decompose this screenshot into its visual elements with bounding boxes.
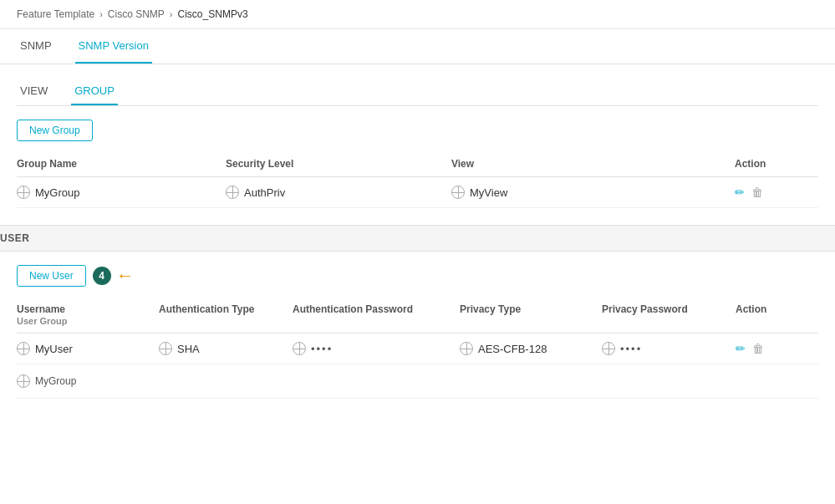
view-value: MyView [470,186,507,199]
tab-group[interactable]: GROUP [71,78,118,105]
auth-type-value: SHA [177,343,200,355]
top-tabs: SNMP SNMP Version [0,29,835,64]
col-auth-type-header: Authentication Type [159,303,293,326]
security-level-value: AuthPriv [244,186,285,199]
group-action-icons: ✏ 🗑 [735,186,818,199]
globe-icon-usergroup [17,374,30,388]
user-actions: New User 4 ← [17,252,818,297]
user-table-header: Username User Group Authentication Type … [17,297,818,333]
breadcrumb-cisco-snmp[interactable]: Cisco SNMP [108,8,165,20]
user-table-row-1: MyUser SHA •••• AES-CFB-128 •••• ✏ 🗑 [17,333,818,364]
tab-view[interactable]: VIEW [17,78,51,105]
group-actions: New Group [17,106,818,151]
breadcrumb-sep-1: › [99,9,103,19]
globe-icon-auth-type [159,342,172,355]
user-section-label: USER [0,232,29,244]
edit-user-button[interactable]: ✏ [736,342,746,355]
tab-snmp[interactable]: SNMP [17,29,55,64]
arrow-badge: 4 ← [93,265,135,287]
col-privacy-type-header: Privacy Type [460,303,602,326]
username-cell: MyUser [17,342,159,355]
group-table-header: Group Name Security Level View Action [17,151,818,177]
col-username-header: Username User Group [17,303,159,326]
group-name-cell: MyGroup [17,186,226,199]
breadcrumb-feature-template[interactable]: Feature Template [17,8,94,20]
globe-icon-view [451,186,465,199]
username-value: MyUser [35,343,73,355]
arrow-icon: ← [116,265,135,287]
user-action-icons: ✏ 🗑 [736,342,802,355]
user-group-subrow: MyGroup [17,364,818,399]
col-security-level: Security Level [226,158,451,170]
privacy-password-value: •••• [620,343,642,355]
user-group-value: MyGroup [35,375,76,387]
security-level-cell: AuthPriv [226,186,451,199]
delete-group-button[interactable]: 🗑 [751,186,763,199]
group-table-row: MyGroup AuthPriv MyView ✏ 🗑 [17,177,818,208]
privacy-password-cell: •••• [602,342,736,355]
breadcrumb-cisco-snmpv3: Cisco_SNMPv3 [178,8,248,20]
privacy-type-value: AES-CFB-128 [478,343,547,355]
sub-tabs: VIEW GROUP [17,64,818,106]
group-name-value: MyGroup [35,186,79,199]
globe-icon-username [17,342,30,355]
globe-icon-privacy-pwd [602,342,615,355]
delete-user-button[interactable]: 🗑 [752,342,764,355]
auth-password-cell: •••• [293,342,460,355]
edit-group-button[interactable]: ✏ [735,186,745,199]
breadcrumb-sep-2: › [170,9,173,19]
col-privacy-password-header: Privacy Password [602,303,736,326]
user-section-divider: USER [0,225,835,252]
auth-password-value: •••• [311,343,333,355]
col-action-header: Action [736,303,802,326]
globe-icon-group [17,186,30,199]
new-user-button[interactable]: New User [17,265,86,287]
breadcrumb: Feature Template › Cisco SNMP › Cisco_SN… [0,0,835,29]
step-badge: 4 [93,267,111,285]
new-group-button[interactable]: New Group [17,120,93,141]
auth-type-cell: SHA [159,342,293,355]
view-cell: MyView [451,186,735,199]
globe-icon-auth-pwd [293,342,306,355]
globe-icon-security [226,186,239,199]
col-group-name: Group Name [17,158,226,170]
globe-icon-privacy-type [460,342,473,355]
tab-snmp-version[interactable]: SNMP Version [75,29,152,64]
privacy-type-cell: AES-CFB-128 [460,342,602,355]
col-action: Action [735,158,818,170]
col-auth-password-header: Authentication Password [293,303,460,326]
col-view: View [451,158,735,170]
